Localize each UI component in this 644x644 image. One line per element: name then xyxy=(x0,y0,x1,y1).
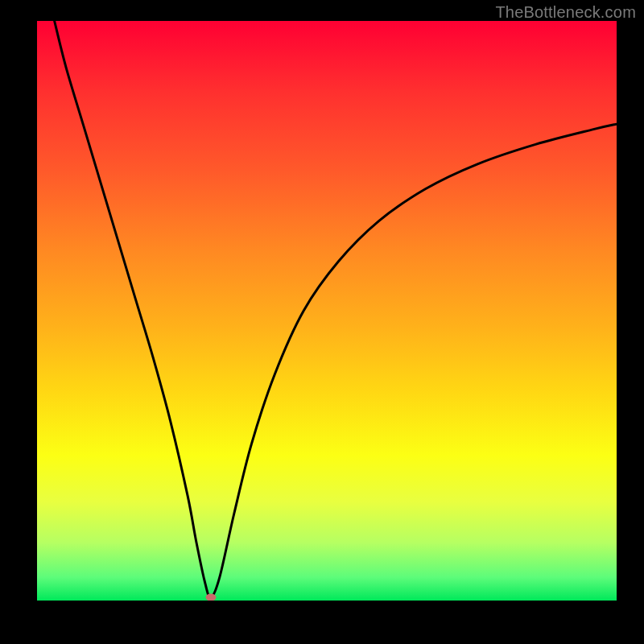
bottleneck-curve-svg xyxy=(37,21,617,601)
bottleneck-curve-path xyxy=(55,21,617,598)
plot-area xyxy=(37,21,617,601)
chart-frame: TheBottleneck.com xyxy=(0,0,644,644)
optimal-point-marker xyxy=(206,594,217,601)
watermark-text: TheBottleneck.com xyxy=(495,3,636,22)
